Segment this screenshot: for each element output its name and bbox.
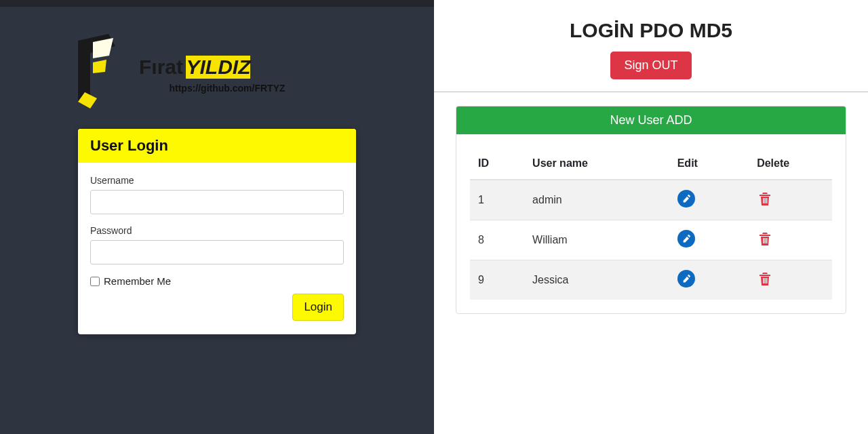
- users-table: ID User name Edit Delete 1 admin: [470, 148, 832, 300]
- remember-label: Remember Me: [104, 275, 171, 287]
- username-input[interactable]: [90, 190, 344, 214]
- new-user-add-button[interactable]: New User ADD: [456, 106, 846, 134]
- login-pane: Fırat YILDIZ https://github.com/FRTYZ Us…: [0, 0, 434, 434]
- edit-icon: [677, 230, 695, 248]
- table-row: 8 William: [470, 220, 832, 260]
- table-row: 1 admin: [470, 180, 832, 220]
- username-label: Username: [90, 175, 344, 186]
- svg-rect-5: [763, 198, 764, 203]
- password-input[interactable]: [90, 240, 344, 264]
- brand-block: Fırat YILDIZ https://github.com/FRTYZ: [78, 34, 356, 115]
- svg-rect-13: [763, 278, 764, 283]
- admin-title: LOGİN PDO MD5: [448, 19, 854, 42]
- users-panel-body: ID User name Edit Delete 1 admin: [456, 134, 846, 313]
- login-card: User Login Username Password Remember Me…: [78, 129, 356, 334]
- topbar: [0, 0, 434, 7]
- users-panel: New User ADD ID User name Edit Delete 1 …: [456, 106, 846, 314]
- password-label: Password: [90, 225, 344, 236]
- admin-pane: LOGİN PDO MD5 Sign OUT New User ADD ID U…: [434, 0, 868, 434]
- trash-icon: [757, 270, 773, 288]
- edit-button[interactable]: [677, 230, 695, 248]
- cell-username: William: [524, 220, 669, 260]
- trash-icon: [757, 190, 773, 208]
- svg-rect-10: [765, 238, 766, 243]
- svg-rect-11: [766, 238, 767, 243]
- delete-button[interactable]: [757, 230, 773, 248]
- svg-rect-9: [763, 238, 764, 243]
- svg-rect-7: [766, 198, 767, 203]
- cell-id: 8: [470, 220, 524, 260]
- brand-name-first: Fırat: [139, 56, 183, 78]
- svg-rect-14: [765, 278, 766, 283]
- trash-icon: [757, 230, 773, 248]
- login-card-body: Username Password Remember Me Login: [78, 163, 356, 334]
- admin-header: LOGİN PDO MD5 Sign OUT: [434, 0, 868, 92]
- sign-out-button[interactable]: Sign OUT: [610, 52, 691, 79]
- cell-id: 1: [470, 180, 524, 220]
- svg-rect-15: [766, 278, 767, 283]
- brand-name-last: YILDIZ: [186, 56, 250, 79]
- svg-marker-3: [93, 60, 106, 73]
- delete-button[interactable]: [757, 270, 773, 288]
- cell-username: admin: [524, 180, 669, 220]
- remember-checkbox[interactable]: [90, 277, 100, 286]
- edit-icon: [677, 270, 695, 288]
- col-delete: Delete: [749, 148, 832, 180]
- login-card-title: User Login: [78, 129, 356, 163]
- svg-rect-6: [765, 198, 766, 203]
- col-username: User name: [524, 148, 669, 180]
- delete-button[interactable]: [757, 190, 773, 208]
- cell-username: Jessica: [524, 260, 669, 300]
- col-id: ID: [470, 148, 524, 180]
- cell-id: 9: [470, 260, 524, 300]
- login-button[interactable]: Login: [292, 294, 344, 321]
- col-edit: Edit: [669, 148, 749, 180]
- table-row: 9 Jessica: [470, 260, 832, 300]
- brand-url: https://github.com/FRTYZ: [139, 83, 315, 94]
- brand-logo: [78, 34, 125, 115]
- remember-me[interactable]: Remember Me: [90, 275, 344, 287]
- edit-button[interactable]: [677, 270, 695, 288]
- edit-icon: [677, 190, 695, 208]
- brand-text: Fırat YILDIZ https://github.com/FRTYZ: [139, 56, 356, 94]
- edit-button[interactable]: [677, 190, 695, 208]
